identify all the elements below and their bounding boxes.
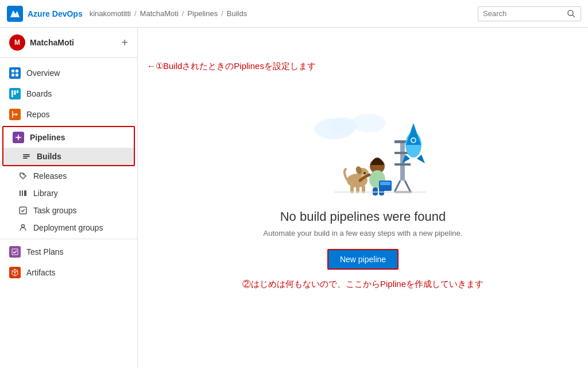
svg-rect-46 xyxy=(373,187,378,195)
svg-point-1 xyxy=(568,10,573,16)
svg-rect-9 xyxy=(17,90,18,93)
brand-text: Azure DevOps xyxy=(28,9,83,18)
sidebar-item-deplgroups[interactable]: Deployment groups xyxy=(0,219,137,236)
svg-rect-12 xyxy=(23,156,30,157)
releases-label: Releases xyxy=(33,171,67,181)
testplans-label: Test Plans xyxy=(26,247,64,256)
repos-label: Repos xyxy=(26,110,49,119)
breadcrumb-sep2: / xyxy=(182,9,184,18)
empty-state-subtitle: Automate your build in a few easy steps … xyxy=(264,229,463,237)
breadcrumb: kinakomotitti / MatchaMoti / Pipelines /… xyxy=(90,9,471,18)
breadcrumb-sep3: / xyxy=(221,9,223,18)
releases-icon xyxy=(18,171,28,181)
svg-rect-26 xyxy=(394,163,411,166)
add-project-button[interactable]: + xyxy=(121,37,128,48)
logo[interactable]: Azure DevOps xyxy=(7,6,83,22)
pipelines-label: Pipelines xyxy=(30,133,65,142)
sidebar-item-taskgroups[interactable]: Task groups xyxy=(0,202,137,219)
sidebar: M MatchaMoti + Overview Boards xyxy=(0,28,138,368)
topnav: Azure DevOps kinakomotitti / MatchaMoti … xyxy=(0,0,588,28)
main-layout: M MatchaMoti + Overview Boards xyxy=(0,28,588,368)
boards-icon xyxy=(9,88,21,99)
empty-state: No build pipelines were found Automate y… xyxy=(138,28,588,368)
svg-line-27 xyxy=(394,181,400,192)
sidebar-item-boards[interactable]: Boards xyxy=(0,83,137,104)
svg-point-19 xyxy=(22,225,25,228)
deplgroups-icon xyxy=(18,223,28,232)
deplgroups-label: Deployment groups xyxy=(33,223,103,232)
content-area: ←①BuildされたときのPiplinesを設定します xyxy=(138,28,588,368)
search-box[interactable] xyxy=(478,6,581,21)
svg-marker-35 xyxy=(417,155,425,163)
svg-rect-8 xyxy=(14,90,16,95)
svg-point-22 xyxy=(351,114,386,132)
azure-devops-logo-icon xyxy=(7,6,23,22)
avatar: M xyxy=(9,34,25,51)
sidebar-item-builds[interactable]: Builds xyxy=(3,148,134,165)
breadcrumb-org[interactable]: kinakomotitti xyxy=(90,9,131,18)
pipelines-icon xyxy=(13,132,24,143)
sidebar-header-left: M MatchaMoti xyxy=(9,34,74,51)
artifacts-label: Artifacts xyxy=(26,268,56,277)
library-label: Library xyxy=(33,189,58,198)
svg-point-10 xyxy=(17,136,20,139)
project-name: MatchaMoti xyxy=(30,38,74,47)
repos-icon xyxy=(9,109,21,120)
new-pipeline-button[interactable]: New pipeline xyxy=(327,249,399,270)
svg-rect-5 xyxy=(11,74,14,76)
sidebar-item-releases[interactable]: Releases xyxy=(0,167,137,185)
artifacts-icon xyxy=(9,267,21,278)
search-icon xyxy=(567,9,576,18)
overview-label: Overview xyxy=(26,68,60,78)
sidebar-header: M MatchaMoti + xyxy=(0,28,137,58)
svg-rect-3 xyxy=(11,70,14,72)
search-input[interactable] xyxy=(483,9,563,18)
svg-rect-7 xyxy=(11,90,13,97)
empty-state-title: No build pipelines were found xyxy=(280,209,446,224)
breadcrumb-pipelines[interactable]: Pipelines xyxy=(187,9,218,18)
sidebar-item-pipelines[interactable]: Pipelines xyxy=(3,127,134,148)
builds-label: Builds xyxy=(37,152,61,161)
boards-label: Boards xyxy=(26,89,52,98)
svg-rect-4 xyxy=(16,70,18,72)
sidebar-item-artifacts[interactable]: Artifacts xyxy=(0,262,137,283)
sidebar-item-testplans[interactable]: Test Plans xyxy=(0,241,137,262)
breadcrumb-builds[interactable]: Builds xyxy=(227,9,247,18)
svg-rect-11 xyxy=(23,154,30,155)
svg-rect-15 xyxy=(20,190,21,196)
svg-point-14 xyxy=(23,174,25,175)
svg-rect-13 xyxy=(23,158,28,159)
svg-rect-6 xyxy=(16,74,18,76)
library-icon xyxy=(18,189,28,198)
overview-icon xyxy=(9,67,21,79)
svg-line-28 xyxy=(405,181,411,192)
builds-icon xyxy=(22,152,31,161)
sidebar-item-repos[interactable]: Repos xyxy=(0,104,137,125)
sidebar-item-library[interactable]: Library xyxy=(0,185,137,202)
sidebar-divider xyxy=(0,239,137,239)
svg-point-33 xyxy=(412,139,415,142)
testplans-icon xyxy=(9,246,21,258)
svg-line-2 xyxy=(572,15,575,17)
breadcrumb-project[interactable]: MatchaMoti xyxy=(140,9,179,18)
taskgroups-label: Task groups xyxy=(33,206,76,215)
sidebar-item-overview[interactable]: Overview xyxy=(0,63,137,83)
svg-rect-16 xyxy=(22,190,23,196)
annotation-2: ②はじめは何もないので、ここからPiplineを作成していきます xyxy=(242,279,483,290)
sidebar-nav: Overview Boards Repos xyxy=(0,58,137,288)
taskgroups-icon xyxy=(18,206,28,215)
svg-point-39 xyxy=(363,172,366,174)
annotation-1: ←①BuildされたときのPiplinesを設定します xyxy=(138,56,325,76)
svg-rect-49 xyxy=(380,182,390,185)
breadcrumb-sep1: / xyxy=(134,9,137,18)
svg-rect-17 xyxy=(24,190,26,196)
empty-illustration xyxy=(288,106,438,198)
